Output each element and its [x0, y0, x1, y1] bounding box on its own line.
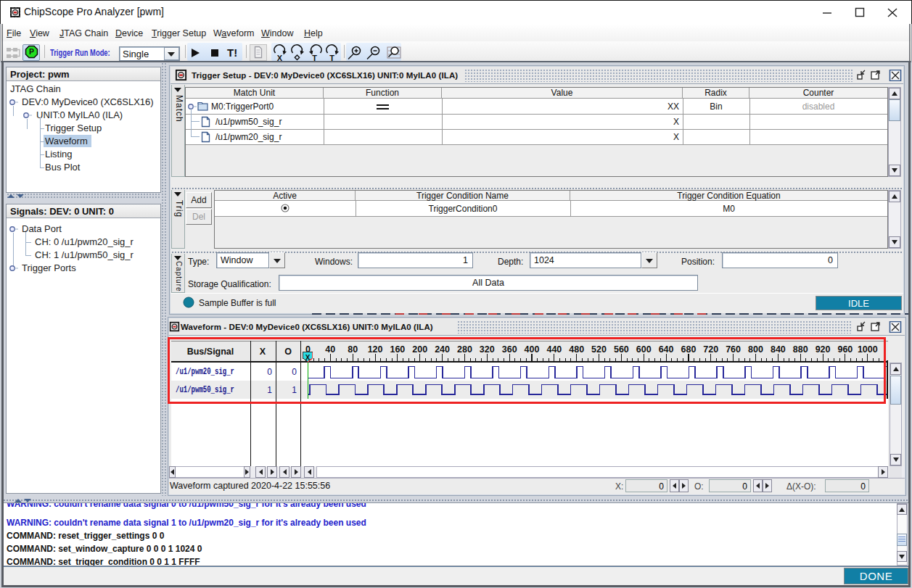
svg-text:P: P [29, 47, 34, 56]
svg-text:T: T [329, 54, 334, 62]
svg-text:X: X [277, 54, 283, 62]
svg-text:T: T [312, 54, 317, 62]
